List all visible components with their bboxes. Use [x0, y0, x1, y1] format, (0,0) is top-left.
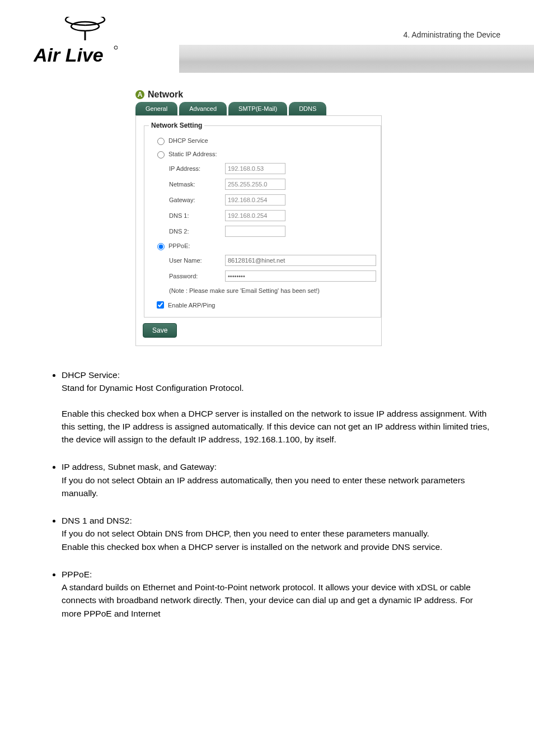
item1-title: DHCP Service:	[62, 368, 495, 381]
header-band	[179, 45, 534, 73]
netmask-input[interactable]	[225, 179, 285, 190]
dns1-input[interactable]	[225, 210, 285, 221]
pppoe-user-label: User Name:	[169, 257, 225, 264]
radio-dhcp-label: DHCP Service	[168, 137, 208, 144]
radio-dhcp[interactable]	[157, 138, 165, 145]
tab-advanced[interactable]: Advanced	[179, 102, 227, 115]
item2-title: IP address, Subnet mask, and Gateway:	[62, 460, 495, 473]
item1-line1: Stand for Dynamic Host Configuration Pro…	[62, 381, 495, 394]
svg-text:Air Live: Air Live	[34, 44, 104, 66]
tab-general[interactable]: General	[135, 102, 177, 115]
checkbox-arp[interactable]	[157, 301, 164, 309]
item3-line2: Enable this checked box when a DHCP serv…	[62, 540, 495, 553]
dns2-input[interactable]	[225, 226, 285, 237]
brand-logo: Air Live	[34, 17, 118, 75]
item4-para: A standard builds on Ethernet and Point-…	[62, 581, 495, 620]
radio-pppoe[interactable]	[157, 243, 165, 250]
note-text: (Note : Please make sure 'Email Setting'…	[149, 284, 376, 297]
tab-smtp[interactable]: SMTP(E-Mail)	[228, 102, 287, 115]
save-button[interactable]: Save	[143, 323, 177, 338]
tab-ddns[interactable]: DDNS	[289, 102, 326, 115]
document-body: DHCP Service: Stand for Dynamic Host Con…	[50, 368, 495, 620]
panel-title: A Network	[135, 90, 382, 100]
item3-line1: If you do not select Obtain DNS from DHC…	[62, 527, 495, 540]
ip-label: IP Address:	[169, 165, 225, 172]
item2-para: If you do not select Obtain an IP addres…	[62, 474, 495, 500]
fieldset-legend: Network Setting	[149, 122, 204, 129]
svg-point-2	[114, 46, 118, 49]
ip-input[interactable]	[225, 163, 285, 174]
item3-title: DNS 1 and DNS2:	[62, 514, 495, 527]
item4-title: PPPoE:	[62, 568, 495, 581]
checkbox-arp-label: Enable ARP/Ping	[168, 302, 215, 309]
tabs-bar: General Advanced SMTP(E-Mail) DDNS	[135, 102, 382, 115]
gateway-label: Gateway:	[169, 197, 225, 203]
chapter-label: 4. Administrating the Device	[403, 30, 500, 39]
pppoe-user-input[interactable]	[225, 255, 376, 266]
pppoe-pass-label: Password:	[169, 273, 225, 279]
netmask-label: Netmask:	[169, 181, 225, 188]
radio-static[interactable]	[157, 151, 165, 158]
panel-icon: A	[135, 90, 144, 99]
radio-static-label: Static IP Address:	[168, 151, 217, 157]
pppoe-pass-input[interactable]	[225, 270, 376, 282]
gateway-input[interactable]	[225, 194, 285, 206]
dns2-label: DNS 2:	[169, 228, 225, 235]
item1-para: Enable this checked box when a DHCP serv…	[62, 407, 495, 446]
dns1-label: DNS 1:	[169, 212, 225, 219]
radio-pppoe-label: PPPoE:	[168, 242, 190, 249]
panel-title-text: Network	[148, 90, 183, 100]
